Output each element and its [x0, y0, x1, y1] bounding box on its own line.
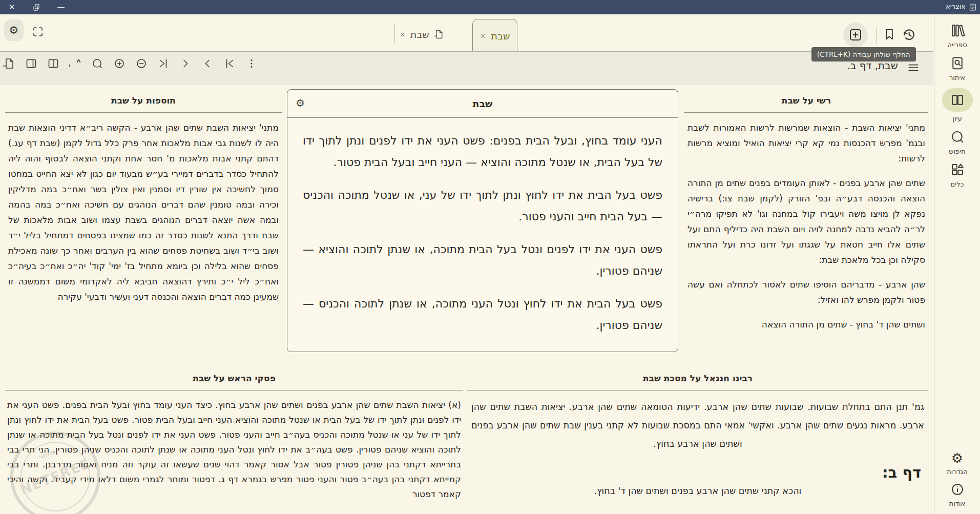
search-icon [91, 57, 103, 70]
active-item-pill [942, 88, 973, 112]
panel-divider [5, 112, 282, 113]
panel-divider [684, 112, 928, 113]
side-panel-view-button[interactable] [25, 57, 37, 70]
two-column-view-button[interactable] [47, 57, 59, 70]
sidebar-item-library[interactable]: ספרייה [947, 23, 967, 49]
sidebar-item-locate[interactable]: איתור [949, 55, 965, 81]
panel-text: גמ' תנן התם בתחלת שבועות. שבועות שתים שה… [467, 398, 928, 500]
open-book-icon [950, 92, 965, 108]
app-logo-icon [969, 3, 977, 11]
svg-text:A: A [69, 58, 70, 69]
text-paragraph: ושתים שהן ד' בחוץ - שתים מן התורה הוצאה [687, 317, 925, 332]
window-minimize-button[interactable]: — [52, 0, 70, 14]
chevron-left-icon [179, 57, 192, 70]
tab-close-icon[interactable]: × [480, 32, 486, 40]
restore-icon [32, 3, 40, 11]
panel-menu-button[interactable] [245, 57, 258, 70]
font-size-button[interactable]: A [69, 57, 81, 70]
tab-label: שבת [491, 30, 510, 42]
settings-quick-button[interactable]: ⚙ [4, 19, 24, 41]
panel-text: (א) יציאות השבת שתים שהן ארבע בפנים ושתי… [5, 398, 463, 502]
first-page-button[interactable] [223, 57, 236, 70]
tab-shabbat-pdf[interactable]: PDF שבת × [400, 25, 444, 44]
panel-rashi: רשי על שבת מתני' יציאות השבת - הוצאות שמ… [684, 92, 928, 363]
zoom-in-icon [113, 57, 126, 70]
sidebar-item-label: כלים [951, 180, 964, 188]
book-search-icon [950, 55, 965, 71]
panel-title: רשי על שבת [684, 92, 928, 106]
sidebar-item-study-active[interactable]: עיון [942, 88, 973, 122]
sidebar-item-label: איתור [949, 74, 965, 81]
text-paragraph: גמ' תנן התם בתחלת שבועות. שבועות שתים שה… [471, 398, 924, 453]
sidebar-item-search[interactable]: חיפוש [949, 129, 965, 155]
panel-text: מתני' יציאות השבת - הוצאות שמרשות לרשות … [684, 120, 928, 332]
side-column-icon [25, 57, 37, 70]
first-page-icon [223, 57, 236, 70]
toolbar-icons: A PDF [3, 57, 258, 70]
panel-rabbeinu-chananel: רבינו חננאל על מסכת שבת גמ' תנן התם בתחל… [467, 370, 928, 514]
header-divider [877, 27, 877, 44]
sidebar-item-label: אודות [949, 500, 965, 507]
panel-title: פסקי הראש על שבת [5, 370, 463, 383]
fullscreen-button[interactable] [32, 26, 44, 38]
bookmark-icon [882, 27, 896, 42]
sidebar-item-settings[interactable]: ⚙ הגדרות [947, 451, 967, 476]
app-title: אוצריא [946, 3, 966, 10]
fullscreen-icon [32, 26, 44, 38]
gear-icon: ⚙ [296, 97, 305, 109]
panel-settings-button[interactable]: ⚙ [296, 97, 305, 109]
window-restore-button[interactable] [28, 0, 45, 14]
titlebar: ✕ — אוצריא [0, 0, 980, 14]
panel-title: רבינו חננאל על מסכת שבת [467, 370, 928, 383]
panel-divider [5, 390, 463, 390]
text-paragraph: מתני' יציאות השבת - הוצאות שמרשות לרשות … [687, 120, 925, 166]
panel-title: שבת [287, 90, 678, 109]
zoom-out-button[interactable] [135, 57, 148, 70]
gear-icon: ⚙ [9, 24, 19, 36]
sidebar-item-label: הגדרות [947, 468, 967, 476]
last-page-icon [157, 57, 170, 70]
panel-title: תוספות על שבת [5, 92, 282, 106]
text-paragraph: פשט העני את ידו לפנים ונטל בעל הבית מתוכ… [303, 239, 662, 282]
last-page-button[interactable] [157, 57, 170, 70]
text-paragraph: פשט בעל הבית את ידו לחוץ ונתן לתוך ידו ש… [303, 184, 662, 228]
tab-close-icon[interactable]: × [400, 30, 406, 38]
library-books-icon [949, 23, 966, 38]
tab-label: שבת [410, 29, 429, 40]
panel-mishnah-card: שבת ⚙ העני עומד בחוץ, ובעל הבית בפנים: פ… [287, 89, 678, 352]
text-paragraph: והכא קתני שתים שהן ארבע בפנים ושתים שהן … [471, 482, 924, 500]
text-paragraph: שהן ארבע - מדבריהם הוסיפו שתים לאסור לכת… [687, 277, 925, 307]
history-clock-icon [901, 26, 917, 43]
sidebar-item-label: עיון [952, 115, 962, 122]
panel-tosafot: תוספות על שבת מתני' יציאות השבת שתים שהן… [5, 92, 282, 363]
next-page-button[interactable] [179, 57, 192, 70]
sidebar: ספרייה איתור עיון חיפוש [934, 14, 980, 514]
daf-heading: דף ב: [471, 463, 921, 482]
svg-text:PDF: PDF [434, 34, 437, 37]
window-close-button[interactable]: ✕ [3, 0, 20, 14]
text-paragraph: שתים שהן ארבע בפנים - לאותן העומדים בפני… [687, 175, 925, 268]
chevron-right-icon [201, 57, 214, 70]
new-tab-button[interactable] [843, 23, 868, 47]
workspace-tooltip: החלף שולחן עבודה (CTRL+K) [811, 47, 916, 61]
kebab-menu-icon [245, 57, 258, 70]
two-columns-icon [47, 57, 59, 70]
previous-page-button[interactable] [201, 57, 214, 70]
zoom-in-button[interactable] [113, 57, 126, 70]
plus-square-icon [848, 27, 863, 43]
search-in-text-button[interactable] [91, 57, 103, 70]
panel-header: שבת ⚙ [287, 90, 678, 118]
sidebar-item-about[interactable]: אודות [949, 482, 965, 507]
bookmarks-button[interactable] [882, 27, 896, 42]
history-button[interactable] [901, 26, 917, 43]
panel-piskei-harosh: פסקי הראש על שבת (א) יציאות השבת שתים שה… [5, 370, 463, 514]
navigation-menu-button[interactable] [906, 61, 921, 74]
text-paragraph: העני עומד בחוץ, ובעל הבית בפנים: פשט הענ… [303, 130, 662, 173]
sidebar-item-tools[interactable]: כלים [950, 162, 965, 188]
sidebar-item-label: ספרייה [947, 41, 967, 49]
tab-shabbat-active[interactable]: שבת × [472, 19, 517, 52]
open-pdf-button[interactable]: PDF [3, 57, 15, 70]
info-icon [950, 482, 965, 497]
tools-grid-icon [950, 162, 965, 177]
search-icon [950, 129, 965, 145]
